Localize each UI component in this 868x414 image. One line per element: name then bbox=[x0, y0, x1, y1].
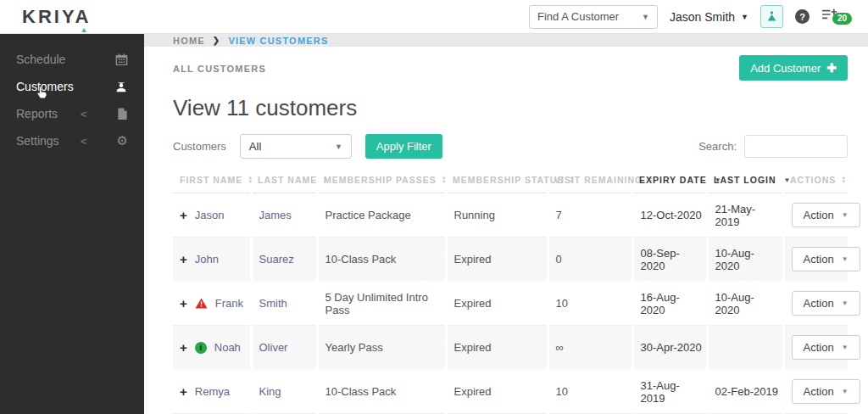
header-last-login[interactable]: LAST LOGIN▼ bbox=[714, 175, 778, 185]
header-first-name[interactable]: FIRST NAME▲▼ bbox=[180, 175, 246, 185]
breadcrumb-home[interactable]: HOME bbox=[173, 36, 205, 46]
calendar-icon bbox=[115, 53, 128, 66]
kriya-logo: KRIYA ▲ bbox=[22, 6, 91, 28]
last-login: 21-May-2019 bbox=[707, 193, 783, 238]
action-button[interactable]: Action▼ bbox=[792, 203, 860, 227]
membership-status: Expired bbox=[446, 326, 548, 370]
breadcrumb: HOME ❯ VIEW CUSTOMERS bbox=[144, 34, 868, 47]
last-login: 10-Aug-2020 bbox=[707, 282, 783, 326]
header-membership-status[interactable]: MEMBERSHIP STATUS▲▼ bbox=[453, 175, 542, 185]
apply-filter-label: Apply Filter bbox=[376, 140, 431, 153]
customers-filter-select[interactable]: All ▼ bbox=[240, 134, 352, 159]
sidebar-item-label: Settings bbox=[16, 134, 81, 148]
info-icon: i bbox=[195, 342, 207, 354]
membership-pass: Yearly Pass bbox=[317, 326, 446, 370]
membership-status: Expired bbox=[446, 282, 548, 326]
table-header-row: FIRST NAME▲▼ LAST NAME▲▼ MEMBERSHIP PASS… bbox=[173, 167, 848, 193]
last-login: 02-Feb-2019 bbox=[707, 370, 783, 414]
expand-row-icon[interactable]: + bbox=[180, 384, 187, 399]
notifications-button[interactable]: 20 bbox=[821, 8, 837, 25]
filter-selected-option: All bbox=[249, 140, 261, 153]
search-label: Search: bbox=[698, 140, 737, 153]
chevron-collapse-icon: < bbox=[81, 108, 99, 120]
meditation-icon bbox=[765, 10, 778, 23]
last-name[interactable]: James bbox=[259, 209, 292, 221]
report-icon bbox=[117, 108, 128, 120]
action-button[interactable]: Action▼ bbox=[792, 335, 860, 360]
chevron-right-icon: ❯ bbox=[213, 36, 221, 45]
header-actions[interactable]: ACTIONS▲▼ bbox=[790, 175, 843, 185]
sort-icon: ▲▼ bbox=[437, 176, 448, 184]
action-button[interactable]: Action▼ bbox=[792, 291, 860, 316]
visits-remaining: ∞ bbox=[548, 326, 632, 370]
sidebar-item-label: Customers bbox=[16, 80, 81, 93]
expiry-date: 16-Aug-2020 bbox=[632, 282, 707, 326]
customers-table: FIRST NAME▲▼ LAST NAME▲▼ MEMBERSHIP PASS… bbox=[173, 167, 848, 414]
chevron-down-icon: ▼ bbox=[842, 388, 849, 395]
last-login bbox=[707, 326, 783, 370]
first-name[interactable]: Remya bbox=[195, 385, 230, 398]
membership-status: Running bbox=[446, 193, 548, 238]
table-row: + Remya King 10-Class Pack Expired 10 31… bbox=[173, 370, 848, 414]
membership-pass: 5 Day Unlimited Intro Pass bbox=[317, 282, 446, 326]
customers-filter-label: Customers bbox=[173, 140, 226, 153]
chevron-down-icon: ▼ bbox=[842, 255, 849, 263]
logo-text: KRIYA bbox=[22, 6, 91, 27]
user-name: Jason Smith bbox=[670, 10, 735, 24]
visits-remaining: 0 bbox=[548, 238, 632, 282]
table-row: + John Suarez 10-Class Pack Expired 0 08… bbox=[173, 238, 848, 282]
expiry-date: 30-Apr-2020 bbox=[632, 326, 707, 370]
expand-row-icon[interactable]: + bbox=[180, 340, 187, 355]
help-icon[interactable]: ? bbox=[795, 9, 810, 24]
first-name[interactable]: John bbox=[195, 253, 219, 266]
sidebar-item-customers[interactable]: Customers bbox=[0, 73, 144, 100]
sidebar-item-schedule[interactable]: Schedule bbox=[0, 46, 144, 73]
plus-icon: ✚ bbox=[826, 61, 837, 75]
chevron-down-icon: ▼ bbox=[842, 211, 849, 219]
find-customer-select[interactable]: Find A Customer ▼ bbox=[529, 5, 658, 29]
header-last-name[interactable]: LAST NAME▲▼ bbox=[258, 175, 312, 185]
membership-pass: Practice Package bbox=[317, 193, 446, 238]
last-name[interactable]: King bbox=[259, 385, 281, 398]
first-name[interactable]: Jason bbox=[195, 209, 225, 221]
sort-icon: ▲▼ bbox=[242, 176, 253, 184]
chevron-down-icon: ▼ bbox=[642, 13, 649, 21]
warning-icon bbox=[195, 298, 208, 309]
last-login: 10-Aug-2020 bbox=[707, 238, 783, 282]
header-expiry-date[interactable]: EXPIRY DATE▼ bbox=[639, 175, 702, 185]
last-name[interactable]: Oliver bbox=[259, 341, 288, 354]
header-membership-passes[interactable]: MEMBERSHIP PASSES▲▼ bbox=[324, 175, 441, 185]
gear-icon: ⚙ bbox=[117, 133, 128, 148]
meditation-icon-button[interactable] bbox=[760, 5, 783, 28]
membership-status: Expired bbox=[446, 238, 548, 282]
chevron-down-icon: ▼ bbox=[335, 143, 342, 151]
header-visit-remaining[interactable]: VISIT REMAINING▲▼ bbox=[554, 175, 627, 185]
page-title: View 11 customers bbox=[173, 95, 848, 121]
membership-pass: 10-Class Pack bbox=[317, 370, 446, 414]
visits-remaining: 7 bbox=[548, 193, 632, 238]
action-button[interactable]: Action▼ bbox=[792, 379, 860, 404]
expand-row-icon[interactable]: + bbox=[180, 296, 187, 310]
expand-row-icon[interactable]: + bbox=[180, 208, 187, 222]
apply-filter-button[interactable]: Apply Filter bbox=[365, 134, 442, 159]
expand-row-icon[interactable]: + bbox=[180, 252, 187, 266]
sidebar-item-label: Reports bbox=[16, 107, 81, 120]
last-name[interactable]: Suarez bbox=[259, 253, 294, 266]
search-input[interactable] bbox=[744, 135, 848, 158]
table-row: + Jason James Practice Package Running 7… bbox=[173, 193, 848, 238]
expiry-date: 12-Oct-2020 bbox=[632, 193, 707, 238]
sidebar-item-reports[interactable]: Reports < bbox=[0, 100, 144, 127]
top-bar: KRIYA ▲ Find A Customer ▼ Jason Smith ▼ … bbox=[0, 0, 868, 34]
last-name[interactable]: Smith bbox=[259, 297, 287, 310]
sidebar-item-settings[interactable]: Settings < ⚙ bbox=[0, 127, 144, 154]
add-customer-button[interactable]: Add Customer ✚ bbox=[739, 55, 848, 81]
table-row: + i Noah Oliver Yearly Pass Expired ∞ 30… bbox=[173, 326, 848, 370]
action-button[interactable]: Action▼ bbox=[792, 247, 860, 271]
breadcrumb-current: VIEW CUSTOMERS bbox=[228, 36, 328, 46]
expiry-date: 08-Sep-2020 bbox=[632, 238, 707, 282]
visits-remaining: 10 bbox=[548, 282, 632, 326]
user-menu[interactable]: Jason Smith ▼ bbox=[670, 10, 748, 24]
customers-icon bbox=[114, 81, 128, 93]
first-name[interactable]: Frank bbox=[215, 297, 243, 310]
first-name[interactable]: Noah bbox=[214, 341, 241, 354]
